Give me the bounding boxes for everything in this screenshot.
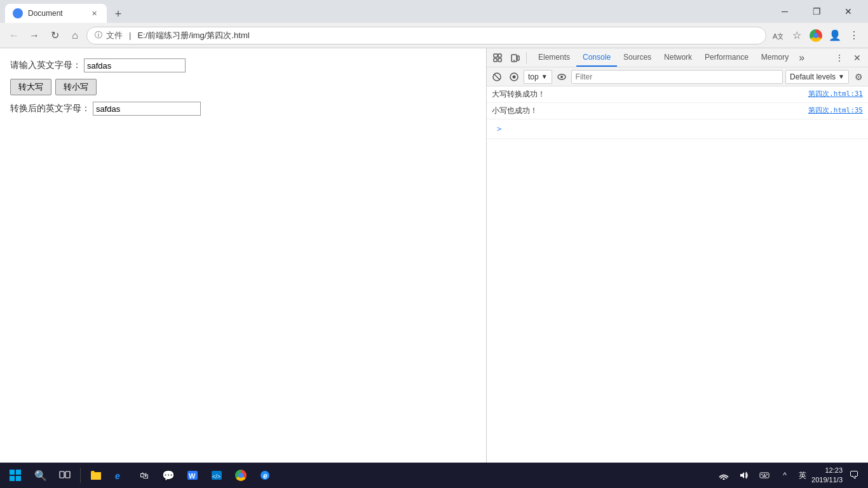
result-label: 转换后的英文字母： xyxy=(10,103,90,114)
devtools-settings-button[interactable]: ⋮ xyxy=(831,50,848,65)
file-explorer-taskbar-button[interactable] xyxy=(85,464,107,487)
devtools-right-buttons: ⋮ ✕ xyxy=(831,50,865,65)
tab-title: Document xyxy=(28,9,84,18)
vscode-taskbar-button[interactable]: </> xyxy=(205,464,228,487)
stop-button[interactable] xyxy=(507,70,521,84)
new-tab-button[interactable]: + xyxy=(109,5,127,23)
svg-text:</>: </> xyxy=(212,473,220,480)
start-button[interactable] xyxy=(3,464,28,487)
tab-memory[interactable]: Memory xyxy=(755,49,795,67)
close-button[interactable]: ✕ xyxy=(834,0,863,23)
svg-rect-15 xyxy=(10,470,15,475)
forward-button[interactable]: → xyxy=(25,27,43,44)
svg-point-8 xyxy=(513,60,515,61)
edge-taskbar-button[interactable]: e xyxy=(109,464,132,487)
address-bar: ← → ↻ ⌂ ⓘ 文件 | E:/前端练习册/img/第四次.html A文 … xyxy=(0,23,868,48)
console-messages: 大写转换成功！ 第四次.html:31 小写也成功！ 第四次.html:35 > xyxy=(487,86,868,463)
svg-rect-32 xyxy=(766,474,768,475)
tab-bar: Document ✕ + xyxy=(5,0,770,23)
svg-text:W: W xyxy=(189,472,196,480)
reload-button[interactable]: ↻ xyxy=(46,27,64,44)
result-input[interactable] xyxy=(93,102,201,116)
svg-point-14 xyxy=(560,76,563,78)
svg-line-10 xyxy=(494,74,499,79)
network-icon[interactable] xyxy=(715,466,733,484)
letter-input[interactable] xyxy=(84,58,186,72)
inspect-element-button[interactable] xyxy=(489,50,506,65)
svg-rect-16 xyxy=(16,470,21,475)
devtools-close-button[interactable]: ✕ xyxy=(849,50,865,65)
message-source-2[interactable]: 第四次.html:35 xyxy=(808,105,863,115)
address-file-label: 文件 xyxy=(106,30,123,41)
input-label: 请输入英文字母： xyxy=(10,60,81,71)
svg-text:A文: A文 xyxy=(773,32,783,40)
chrome-taskbar-button[interactable] xyxy=(229,464,252,487)
page-content: 请输入英文字母： 转大写 转小写 转换后的英文字母： xyxy=(0,48,486,463)
volume-icon[interactable] xyxy=(735,466,753,484)
account-button[interactable]: 👤 xyxy=(826,27,844,44)
ie-taskbar-button[interactable]: e xyxy=(254,464,276,487)
console-message-2: 小写也成功！ 第四次.html:35 xyxy=(487,103,868,119)
address-url: E:/前端练习册/img/第四次.html xyxy=(137,30,758,41)
tab-elements[interactable]: Elements xyxy=(532,49,576,67)
keyboard-icon[interactable] xyxy=(756,466,773,484)
eye-button[interactable] xyxy=(555,70,569,84)
uppercase-button[interactable]: 转大写 xyxy=(10,79,51,95)
result-row: 转换后的英文字母： xyxy=(10,102,476,116)
search-taskbar-button[interactable]: 🔍 xyxy=(29,464,52,487)
chevron-icon[interactable]: ^ xyxy=(776,466,794,484)
browser-tab[interactable]: Document ✕ xyxy=(5,4,107,23)
kingsoft-taskbar-button[interactable]: W xyxy=(181,464,204,487)
browser-window: Document ✕ + ─ ❐ ✕ ← → ↻ ⌂ ⓘ 文件 | E:/前端练… xyxy=(0,0,868,488)
title-bar: Document ✕ + ─ ❐ ✕ xyxy=(0,0,868,23)
notification-button[interactable]: 🗨 xyxy=(845,466,863,484)
svg-rect-19 xyxy=(60,471,64,478)
svg-rect-18 xyxy=(16,476,21,481)
device-toolbar-button[interactable] xyxy=(507,50,524,65)
bookmark-button[interactable]: ☆ xyxy=(788,27,806,44)
lowercase-button[interactable]: 转小写 xyxy=(55,79,97,95)
toolbar-separator xyxy=(526,52,527,64)
tab-close-button[interactable]: ✕ xyxy=(89,8,99,18)
toolbar-right: A文 ☆ 👤 ⋮ xyxy=(769,27,863,44)
clear-console-button[interactable] xyxy=(489,70,505,84)
address-separator: | xyxy=(129,30,131,40)
default-levels-selector[interactable]: Default levels ▼ xyxy=(785,70,849,84)
tab-performance[interactable]: Performance xyxy=(698,49,755,67)
wechat-taskbar-button[interactable]: 💬 xyxy=(157,464,180,487)
minimize-button[interactable]: ─ xyxy=(770,0,799,23)
maximize-button[interactable]: ❐ xyxy=(802,0,831,23)
svg-rect-31 xyxy=(764,474,765,475)
devtools-panel: Elements Console Sources Network Perform… xyxy=(486,48,868,463)
svg-rect-4 xyxy=(494,58,497,62)
context-selector[interactable]: top ▼ xyxy=(524,70,552,84)
system-clock: 12:23 2019/11/3 xyxy=(811,466,843,485)
home-button[interactable]: ⌂ xyxy=(66,27,84,44)
task-view-button[interactable] xyxy=(53,464,76,487)
language-button[interactable]: 英 xyxy=(796,469,809,482)
svg-text:e: e xyxy=(115,471,120,481)
console-filter-input[interactable] xyxy=(571,70,783,84)
message-source-1[interactable]: 第四次.html:31 xyxy=(808,89,863,98)
store-taskbar-button[interactable]: 🛍 xyxy=(133,464,156,487)
svg-rect-3 xyxy=(498,54,501,57)
address-input[interactable]: ⓘ 文件 | E:/前端练习册/img/第四次.html xyxy=(86,27,766,44)
console-settings-button[interactable]: ⚙ xyxy=(851,70,865,84)
more-tabs-button[interactable]: » xyxy=(795,49,808,67)
tab-network[interactable]: Network xyxy=(658,49,698,67)
menu-button[interactable]: ⋮ xyxy=(845,27,863,44)
tab-sources[interactable]: Sources xyxy=(617,49,658,67)
tab-favicon xyxy=(13,8,23,18)
svg-point-0 xyxy=(15,10,21,17)
tab-console[interactable]: Console xyxy=(576,49,617,67)
translate-button[interactable]: A文 xyxy=(769,27,787,44)
taskbar-separator-1 xyxy=(80,468,81,483)
console-message-1: 大写转换成功！ 第四次.html:31 xyxy=(487,86,868,103)
console-prompt-arrow: > xyxy=(492,122,506,136)
back-button[interactable]: ← xyxy=(5,27,23,44)
input-row: 请输入英文字母： xyxy=(10,58,476,72)
google-apps-button[interactable] xyxy=(807,27,825,44)
devtools-tabs: Elements Console Sources Network Perform… xyxy=(529,48,811,67)
svg-rect-17 xyxy=(10,476,15,481)
console-prompt-row[interactable]: > xyxy=(487,119,868,139)
